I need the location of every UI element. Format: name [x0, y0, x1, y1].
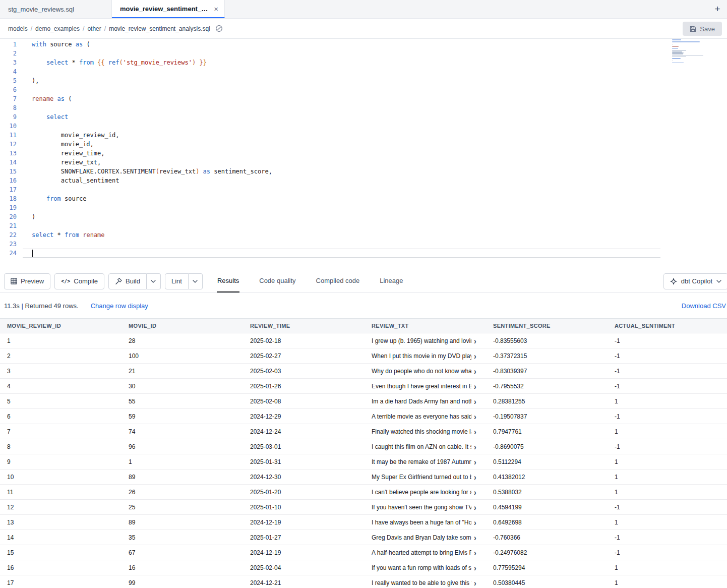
breadcrumb-other[interactable]: other — [87, 25, 101, 32]
tab-stg-movie-reviews[interactable]: stg_movie_reviews.sql — [0, 0, 112, 18]
column-header-movie_review_id[interactable]: MOVIE_REVIEW_ID — [0, 319, 122, 333]
expand-cell-icon[interactable]: › — [474, 488, 476, 496]
line-number: 18 — [0, 194, 23, 203]
editor-code[interactable]: with source as ( select * from {{ ref('s… — [23, 39, 660, 270]
code-line[interactable]: movie_id, — [23, 140, 660, 149]
code-line[interactable] — [23, 85, 660, 94]
tab-code-quality[interactable]: Code quality — [259, 270, 296, 292]
lint-button[interactable]: Lint — [165, 273, 189, 289]
line-number: 6 — [0, 85, 23, 94]
expand-cell-icon[interactable]: › — [474, 382, 476, 390]
lint-dropdown-button[interactable] — [189, 273, 203, 289]
expand-cell-icon[interactable]: › — [474, 548, 476, 556]
compile-button[interactable]: </> Compile — [54, 273, 104, 289]
column-header-actual_sentiment[interactable]: ACTUAL_SENTIMENT — [608, 319, 727, 333]
code-line[interactable]: actual_sentiment — [23, 176, 660, 185]
results-body: 1282025-02-18I grew up (b. 1965) watchin… — [0, 333, 727, 588]
dbt-copilot-button[interactable]: dbt Copilot — [663, 273, 727, 289]
copilot-label: dbt Copilot — [681, 277, 712, 285]
cell: -0.8690075 — [486, 439, 608, 454]
download-csv-link[interactable]: Download CSV — [682, 302, 726, 310]
tab-compiled-code[interactable]: Compiled code — [316, 270, 360, 292]
cell: -0.19507837 — [486, 409, 608, 424]
expand-cell-icon[interactable]: › — [474, 503, 476, 511]
cell: 2 — [0, 348, 122, 363]
sql-editor[interactable]: 123456789101112131415161718192021222324 … — [0, 39, 727, 270]
code-line[interactable]: movie_review_id, — [23, 131, 660, 140]
code-line[interactable] — [23, 49, 660, 58]
cell: 21 — [122, 364, 243, 378]
code-line[interactable]: from source — [23, 194, 660, 203]
cell: -0.7955532 — [486, 379, 608, 393]
cell: 5 — [0, 394, 122, 408]
column-header-movie_id[interactable]: MOVIE_ID — [122, 319, 243, 333]
tab-movie-review-sentiment[interactable]: movie_review_sentiment_… × — [112, 0, 225, 18]
code-line[interactable]: with source as ( — [23, 40, 660, 49]
new-tab-button[interactable]: + — [708, 0, 727, 18]
save-button[interactable]: Save — [683, 22, 722, 36]
build-dropdown-button[interactable] — [147, 273, 161, 289]
code-line[interactable]: ) — [23, 212, 660, 221]
minimap[interactable] — [672, 39, 704, 66]
line-number: 23 — [0, 240, 23, 249]
cell: 2024-12-24 — [243, 424, 365, 439]
code-line[interactable] — [23, 221, 660, 230]
breadcrumb-separator: / — [83, 25, 84, 32]
cell: 2025-02-27 — [243, 348, 365, 363]
code-line[interactable] — [23, 122, 660, 131]
code-line[interactable]: rename as ( — [23, 94, 660, 103]
code-line[interactable]: select — [23, 112, 660, 122]
review-txt-cell: I caught this film on AZN on cable. It s… — [365, 439, 486, 454]
code-line[interactable] — [23, 103, 660, 112]
code-line[interactable]: ), — [23, 76, 660, 85]
expand-cell-icon[interactable]: › — [474, 412, 476, 420]
tab-results[interactable]: Results — [217, 270, 239, 292]
cell: 6 — [0, 409, 122, 424]
expand-cell-icon[interactable]: › — [474, 351, 476, 360]
line-number: 21 — [0, 221, 23, 230]
line-number: 3 — [0, 58, 23, 67]
breadcrumb-models[interactable]: models — [8, 25, 28, 32]
code-line[interactable] — [23, 67, 660, 76]
code-line[interactable] — [23, 249, 660, 258]
code-line[interactable]: SNOWFLAKE.CORTEX.SENTIMENT(review_txt) a… — [23, 167, 660, 176]
column-header-review_time[interactable]: REVIEW_TIME — [243, 319, 365, 333]
breadcrumb-demo-examples[interactable]: demo_examples — [35, 25, 80, 32]
code-line[interactable] — [23, 185, 660, 194]
line-number: 12 — [0, 140, 23, 149]
column-header-sentiment_score[interactable]: SENTIMENT_SCORE — [486, 319, 608, 333]
tab-label: Results — [217, 277, 239, 284]
expand-cell-icon[interactable]: › — [474, 563, 476, 571]
column-header-review_txt[interactable]: REVIEW_TXT — [365, 319, 486, 333]
cell-text: If you haven't seen the gong show TV s… — [372, 504, 471, 511]
code-line[interactable]: review_time, — [23, 149, 660, 158]
expand-cell-icon[interactable]: › — [474, 442, 476, 450]
expand-cell-icon[interactable]: › — [474, 457, 476, 465]
tab-lineage[interactable]: Lineage — [379, 270, 403, 292]
expand-cell-icon[interactable]: › — [474, 427, 476, 435]
cell: 16 — [0, 560, 122, 575]
expand-cell-icon[interactable]: › — [474, 367, 476, 375]
expand-cell-icon[interactable]: › — [474, 533, 476, 541]
close-icon[interactable]: × — [214, 5, 218, 13]
expand-cell-icon[interactable]: › — [474, 518, 476, 526]
code-line[interactable]: review_txt, — [23, 158, 660, 167]
results-tab-bar: Results Code quality Compiled code Linea… — [217, 270, 404, 292]
cell: 2025-02-08 — [243, 394, 365, 408]
cell: 16 — [122, 560, 243, 575]
code-line[interactable] — [23, 203, 660, 212]
change-row-display-link[interactable]: Change row display — [91, 302, 148, 310]
code-line[interactable]: select * from {{ ref('stg_movie_reviews'… — [23, 58, 660, 67]
expand-cell-icon[interactable]: › — [474, 397, 476, 405]
expand-cell-icon[interactable]: › — [474, 578, 476, 586]
build-button[interactable]: Build — [108, 273, 147, 289]
cell: 2025-01-27 — [243, 530, 365, 545]
tab-label: Compiled code — [316, 277, 360, 284]
code-line[interactable] — [23, 240, 660, 249]
cell: 26 — [122, 485, 243, 499]
preview-button[interactable]: Preview — [4, 273, 50, 289]
code-line[interactable]: select * from rename — [23, 230, 660, 240]
cell: 59 — [122, 409, 243, 424]
expand-cell-icon[interactable]: › — [474, 336, 476, 344]
expand-cell-icon[interactable]: › — [474, 473, 476, 481]
